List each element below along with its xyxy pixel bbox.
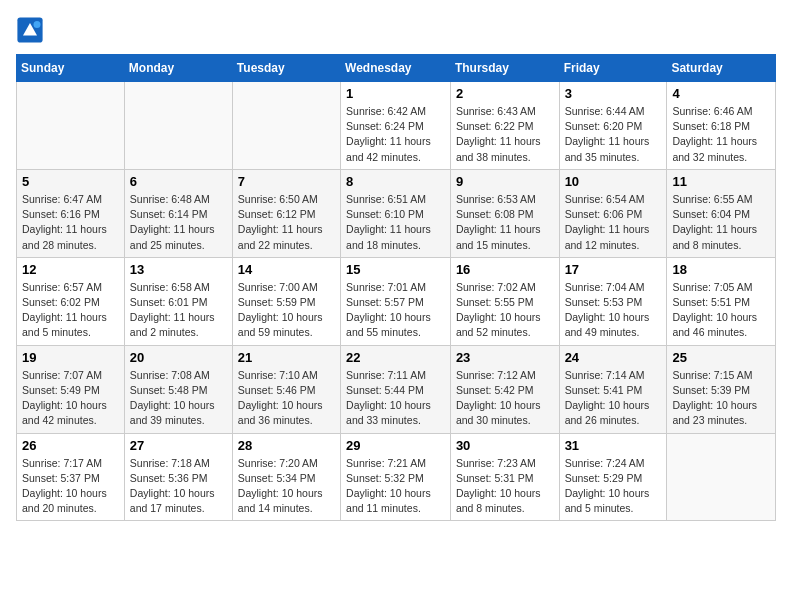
day-number: 1 bbox=[346, 86, 445, 101]
calendar-cell: 1Sunrise: 6:42 AM Sunset: 6:24 PM Daylig… bbox=[341, 82, 451, 170]
day-number: 10 bbox=[565, 174, 662, 189]
day-number: 25 bbox=[672, 350, 770, 365]
day-number: 2 bbox=[456, 86, 554, 101]
calendar-cell: 7Sunrise: 6:50 AM Sunset: 6:12 PM Daylig… bbox=[232, 169, 340, 257]
calendar-cell: 31Sunrise: 7:24 AM Sunset: 5:29 PM Dayli… bbox=[559, 433, 667, 521]
calendar-week-row: 26Sunrise: 7:17 AM Sunset: 5:37 PM Dayli… bbox=[17, 433, 776, 521]
calendar-week-row: 12Sunrise: 6:57 AM Sunset: 6:02 PM Dayli… bbox=[17, 257, 776, 345]
day-number: 3 bbox=[565, 86, 662, 101]
calendar-cell: 29Sunrise: 7:21 AM Sunset: 5:32 PM Dayli… bbox=[341, 433, 451, 521]
calendar-cell: 9Sunrise: 6:53 AM Sunset: 6:08 PM Daylig… bbox=[450, 169, 559, 257]
svg-point-2 bbox=[34, 21, 41, 28]
day-number: 20 bbox=[130, 350, 227, 365]
calendar-cell bbox=[17, 82, 125, 170]
day-number: 30 bbox=[456, 438, 554, 453]
day-number: 28 bbox=[238, 438, 335, 453]
calendar-cell: 2Sunrise: 6:43 AM Sunset: 6:22 PM Daylig… bbox=[450, 82, 559, 170]
day-number: 31 bbox=[565, 438, 662, 453]
calendar-cell: 15Sunrise: 7:01 AM Sunset: 5:57 PM Dayli… bbox=[341, 257, 451, 345]
calendar-cell: 20Sunrise: 7:08 AM Sunset: 5:48 PM Dayli… bbox=[124, 345, 232, 433]
day-info: Sunrise: 7:14 AM Sunset: 5:41 PM Dayligh… bbox=[565, 368, 662, 429]
day-number: 4 bbox=[672, 86, 770, 101]
calendar-cell: 4Sunrise: 6:46 AM Sunset: 6:18 PM Daylig… bbox=[667, 82, 776, 170]
calendar-week-row: 19Sunrise: 7:07 AM Sunset: 5:49 PM Dayli… bbox=[17, 345, 776, 433]
day-number: 11 bbox=[672, 174, 770, 189]
day-number: 24 bbox=[565, 350, 662, 365]
day-info: Sunrise: 7:17 AM Sunset: 5:37 PM Dayligh… bbox=[22, 456, 119, 517]
calendar-cell: 10Sunrise: 6:54 AM Sunset: 6:06 PM Dayli… bbox=[559, 169, 667, 257]
day-info: Sunrise: 7:21 AM Sunset: 5:32 PM Dayligh… bbox=[346, 456, 445, 517]
day-info: Sunrise: 7:12 AM Sunset: 5:42 PM Dayligh… bbox=[456, 368, 554, 429]
day-info: Sunrise: 6:58 AM Sunset: 6:01 PM Dayligh… bbox=[130, 280, 227, 341]
day-number: 5 bbox=[22, 174, 119, 189]
calendar-cell: 21Sunrise: 7:10 AM Sunset: 5:46 PM Dayli… bbox=[232, 345, 340, 433]
weekday-header: Wednesday bbox=[341, 55, 451, 82]
weekday-header: Sunday bbox=[17, 55, 125, 82]
weekday-header: Monday bbox=[124, 55, 232, 82]
day-info: Sunrise: 7:05 AM Sunset: 5:51 PM Dayligh… bbox=[672, 280, 770, 341]
calendar-cell: 6Sunrise: 6:48 AM Sunset: 6:14 PM Daylig… bbox=[124, 169, 232, 257]
day-number: 26 bbox=[22, 438, 119, 453]
day-info: Sunrise: 6:55 AM Sunset: 6:04 PM Dayligh… bbox=[672, 192, 770, 253]
calendar-cell bbox=[124, 82, 232, 170]
day-number: 6 bbox=[130, 174, 227, 189]
day-info: Sunrise: 6:46 AM Sunset: 6:18 PM Dayligh… bbox=[672, 104, 770, 165]
calendar-cell: 28Sunrise: 7:20 AM Sunset: 5:34 PM Dayli… bbox=[232, 433, 340, 521]
day-info: Sunrise: 6:57 AM Sunset: 6:02 PM Dayligh… bbox=[22, 280, 119, 341]
day-info: Sunrise: 7:24 AM Sunset: 5:29 PM Dayligh… bbox=[565, 456, 662, 517]
day-info: Sunrise: 6:47 AM Sunset: 6:16 PM Dayligh… bbox=[22, 192, 119, 253]
day-info: Sunrise: 6:48 AM Sunset: 6:14 PM Dayligh… bbox=[130, 192, 227, 253]
day-number: 17 bbox=[565, 262, 662, 277]
calendar-cell: 18Sunrise: 7:05 AM Sunset: 5:51 PM Dayli… bbox=[667, 257, 776, 345]
day-number: 9 bbox=[456, 174, 554, 189]
weekday-header: Tuesday bbox=[232, 55, 340, 82]
day-number: 16 bbox=[456, 262, 554, 277]
day-number: 21 bbox=[238, 350, 335, 365]
calendar-cell: 11Sunrise: 6:55 AM Sunset: 6:04 PM Dayli… bbox=[667, 169, 776, 257]
logo bbox=[16, 16, 48, 44]
calendar-cell: 30Sunrise: 7:23 AM Sunset: 5:31 PM Dayli… bbox=[450, 433, 559, 521]
day-info: Sunrise: 6:43 AM Sunset: 6:22 PM Dayligh… bbox=[456, 104, 554, 165]
weekday-header: Friday bbox=[559, 55, 667, 82]
day-info: Sunrise: 7:20 AM Sunset: 5:34 PM Dayligh… bbox=[238, 456, 335, 517]
calendar-cell bbox=[232, 82, 340, 170]
header bbox=[16, 16, 776, 44]
day-number: 19 bbox=[22, 350, 119, 365]
day-number: 7 bbox=[238, 174, 335, 189]
day-number: 29 bbox=[346, 438, 445, 453]
calendar-cell: 25Sunrise: 7:15 AM Sunset: 5:39 PM Dayli… bbox=[667, 345, 776, 433]
day-number: 14 bbox=[238, 262, 335, 277]
day-info: Sunrise: 7:18 AM Sunset: 5:36 PM Dayligh… bbox=[130, 456, 227, 517]
calendar-cell bbox=[667, 433, 776, 521]
day-info: Sunrise: 6:54 AM Sunset: 6:06 PM Dayligh… bbox=[565, 192, 662, 253]
day-info: Sunrise: 6:51 AM Sunset: 6:10 PM Dayligh… bbox=[346, 192, 445, 253]
calendar-cell: 19Sunrise: 7:07 AM Sunset: 5:49 PM Dayli… bbox=[17, 345, 125, 433]
calendar-cell: 3Sunrise: 6:44 AM Sunset: 6:20 PM Daylig… bbox=[559, 82, 667, 170]
logo-icon bbox=[16, 16, 44, 44]
day-number: 18 bbox=[672, 262, 770, 277]
day-number: 13 bbox=[130, 262, 227, 277]
day-info: Sunrise: 7:08 AM Sunset: 5:48 PM Dayligh… bbox=[130, 368, 227, 429]
calendar-cell: 22Sunrise: 7:11 AM Sunset: 5:44 PM Dayli… bbox=[341, 345, 451, 433]
day-number: 12 bbox=[22, 262, 119, 277]
calendar-cell: 12Sunrise: 6:57 AM Sunset: 6:02 PM Dayli… bbox=[17, 257, 125, 345]
day-info: Sunrise: 7:04 AM Sunset: 5:53 PM Dayligh… bbox=[565, 280, 662, 341]
day-info: Sunrise: 6:50 AM Sunset: 6:12 PM Dayligh… bbox=[238, 192, 335, 253]
day-number: 8 bbox=[346, 174, 445, 189]
calendar-cell: 27Sunrise: 7:18 AM Sunset: 5:36 PM Dayli… bbox=[124, 433, 232, 521]
calendar-cell: 8Sunrise: 6:51 AM Sunset: 6:10 PM Daylig… bbox=[341, 169, 451, 257]
calendar-cell: 13Sunrise: 6:58 AM Sunset: 6:01 PM Dayli… bbox=[124, 257, 232, 345]
day-info: Sunrise: 7:00 AM Sunset: 5:59 PM Dayligh… bbox=[238, 280, 335, 341]
day-info: Sunrise: 6:42 AM Sunset: 6:24 PM Dayligh… bbox=[346, 104, 445, 165]
day-info: Sunrise: 7:11 AM Sunset: 5:44 PM Dayligh… bbox=[346, 368, 445, 429]
day-info: Sunrise: 7:02 AM Sunset: 5:55 PM Dayligh… bbox=[456, 280, 554, 341]
calendar-cell: 26Sunrise: 7:17 AM Sunset: 5:37 PM Dayli… bbox=[17, 433, 125, 521]
day-number: 23 bbox=[456, 350, 554, 365]
day-info: Sunrise: 6:44 AM Sunset: 6:20 PM Dayligh… bbox=[565, 104, 662, 165]
day-info: Sunrise: 7:23 AM Sunset: 5:31 PM Dayligh… bbox=[456, 456, 554, 517]
calendar-cell: 24Sunrise: 7:14 AM Sunset: 5:41 PM Dayli… bbox=[559, 345, 667, 433]
calendar-cell: 16Sunrise: 7:02 AM Sunset: 5:55 PM Dayli… bbox=[450, 257, 559, 345]
day-info: Sunrise: 7:10 AM Sunset: 5:46 PM Dayligh… bbox=[238, 368, 335, 429]
calendar-cell: 23Sunrise: 7:12 AM Sunset: 5:42 PM Dayli… bbox=[450, 345, 559, 433]
day-info: Sunrise: 6:53 AM Sunset: 6:08 PM Dayligh… bbox=[456, 192, 554, 253]
